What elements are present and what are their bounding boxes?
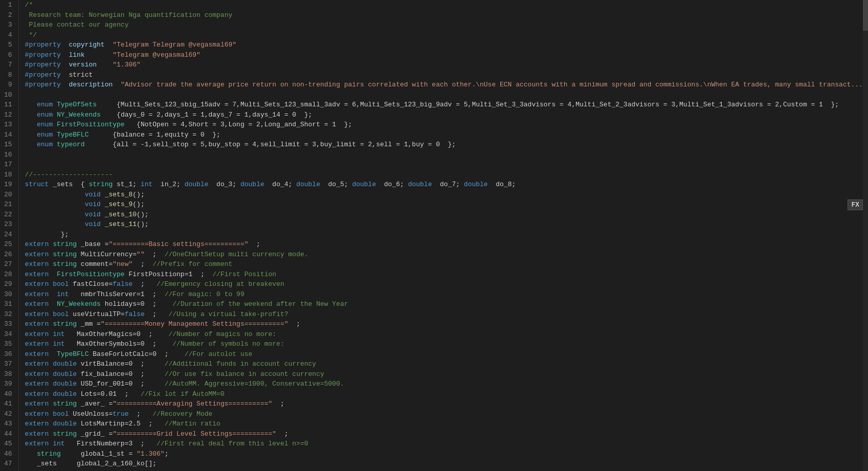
line-number: 14 xyxy=(4,130,12,140)
code-line: void _sets_11(); xyxy=(25,219,868,230)
code-line: string global_1_st = "1.306"; xyxy=(25,449,868,459)
line-number: 5 xyxy=(4,40,12,50)
line-number: 33 xyxy=(4,319,12,329)
code-line: extern string _aver_ ="==========Averagi… xyxy=(25,399,868,409)
scrollbar-thumb[interactable] xyxy=(863,0,868,31)
line-number: 10 xyxy=(4,90,12,100)
code-line: extern FirstPositiontype FirstPositionp=… xyxy=(25,270,868,280)
code-line: */ xyxy=(25,30,868,40)
code-line: extern NY_Weekends holidays=0 ; //Durati… xyxy=(25,299,868,309)
line-number: 46 xyxy=(4,449,12,459)
code-line: extern bool fastClose=false ; //Emergenc… xyxy=(25,279,868,289)
code-line: extern bool useVirtualTP=false ; //Using… xyxy=(25,309,868,320)
line-number: 36 xyxy=(4,349,12,360)
line-number: 12 xyxy=(4,110,12,120)
line-number: 25 xyxy=(4,239,12,250)
code-line: void _sets_9(); xyxy=(25,199,868,210)
line-number: 23 xyxy=(4,219,12,230)
line-number: 40 xyxy=(4,389,12,399)
line-number: 45 xyxy=(4,439,12,449)
line-number: 19 xyxy=(4,180,12,190)
code-line: Please contact our agency xyxy=(25,20,868,30)
line-number: 13 xyxy=(4,120,12,130)
line-number: 15 xyxy=(4,140,12,150)
code-line: extern TypeBFLC BaseForLotCalc=0 ; //For… xyxy=(25,349,868,360)
code-line: void _sets_8(); xyxy=(25,190,868,200)
line-number: 20 xyxy=(4,190,12,200)
code-line: extern double USD_for_001=0 ; //AutoMM. … xyxy=(25,379,868,389)
code-line: }; xyxy=(25,230,868,240)
line-number: 29 xyxy=(4,279,12,289)
line-number: 8 xyxy=(4,70,12,80)
code-editor: 1234567891011121314151617181920212223242… xyxy=(0,0,868,471)
code-line: //-------------------- xyxy=(25,170,868,180)
line-number: 2 xyxy=(4,10,12,20)
code-line xyxy=(25,160,868,170)
line-number: 7 xyxy=(4,60,12,70)
line-number: 48 xyxy=(4,469,12,472)
code-line: enum TypeOfSets {Multi_Sets_123_sbig_15a… xyxy=(25,100,868,110)
code-content[interactable]: /* Research team: Norwegian Nga quantifi… xyxy=(19,0,868,471)
code-line: enum TypeBFLC {balance = 1,equity = 0 }; xyxy=(25,130,868,140)
code-line: Research team: Norwegian Nga quantificat… xyxy=(25,10,868,20)
line-number: 47 xyxy=(4,459,12,469)
code-line: #property strict xyxy=(25,70,868,80)
line-number: 31 xyxy=(4,299,12,309)
line-number: 44 xyxy=(4,429,12,439)
line-number: 28 xyxy=(4,270,12,280)
line-number: 30 xyxy=(4,289,12,300)
code-line: extern int MaxOtherMagics=0 ; //Number o… xyxy=(25,329,868,340)
line-number: 35 xyxy=(4,339,12,349)
line-number: 11 xyxy=(4,100,12,110)
line-number: 3 xyxy=(4,20,12,30)
scrollbar-vertical[interactable] xyxy=(863,0,868,471)
code-line: extern string _grid_ ="==========Grid Le… xyxy=(25,429,868,439)
code-line: #property link "Telegram @vegasmal69" xyxy=(25,50,868,60)
code-line: extern double virtBalance=0 ; //Addition… xyxy=(25,359,868,369)
line-number: 18 xyxy=(4,170,12,180)
line-number: 4 xyxy=(4,30,12,40)
line-number: 16 xyxy=(4,150,12,160)
line-number: 34 xyxy=(4,329,12,340)
code-line xyxy=(25,150,868,160)
line-number: 27 xyxy=(4,259,12,270)
line-number: 43 xyxy=(4,419,12,429)
code-line: struct _sets { string st_1; int in_2; do… xyxy=(25,180,868,190)
code-line: extern bool UseUnloss=true ; //Recovery … xyxy=(25,409,868,419)
code-line: extern double fix_balance=0 ; //Or use f… xyxy=(25,369,868,379)
line-number: 1 xyxy=(4,0,12,10)
code-line: #property copyright "Telegram Telegram @… xyxy=(25,40,868,50)
code-line: extern double LotsMartinp=2.5 ; //Martin… xyxy=(25,419,868,429)
code-line: enum NY_Weekends {days_0 = 2,days_1 = 1,… xyxy=(25,110,868,120)
code-line: _sets global_2_a_160_ko[]; xyxy=(25,459,868,469)
line-number: 41 xyxy=(4,399,12,409)
code-line: extern string _base ="=========Basic set… xyxy=(25,239,868,250)
line-number: 9 xyxy=(4,80,12,90)
code-line: void _sets_10(); xyxy=(25,210,868,220)
line-numbers: 1234567891011121314151617181920212223242… xyxy=(0,0,19,471)
code-line: extern int nmbrThisServer=1 ; //For magi… xyxy=(25,289,868,300)
line-number: 38 xyxy=(4,369,12,379)
line-number: 6 xyxy=(4,50,12,60)
code-line: enum typeord {all = -1,sell_stop = 5,buy… xyxy=(25,140,868,150)
line-number: 39 xyxy=(4,379,12,389)
code-line: extern string _mm ="==========Money Mana… xyxy=(25,319,868,329)
fx-badge[interactable]: FX xyxy=(848,199,863,210)
code-line: extern string comment="new" ; //Prefix f… xyxy=(25,259,868,270)
code-line xyxy=(25,90,868,100)
code-line: extern double Lots=0.01 ; //Fix lot if A… xyxy=(25,389,868,399)
line-number: 22 xyxy=(4,210,12,220)
code-line: extern int FirstNumberp=3 ; //First real… xyxy=(25,439,868,449)
code-line: extern string MultiCurrency="" ; //OneCh… xyxy=(25,250,868,260)
code-line: int global_3_in = 7; xyxy=(25,469,868,472)
line-number: 32 xyxy=(4,309,12,320)
line-number: 24 xyxy=(4,230,12,240)
line-number: 17 xyxy=(4,160,12,170)
line-number: 42 xyxy=(4,409,12,419)
line-number: 26 xyxy=(4,250,12,260)
code-line: #property description "Advisor trade the… xyxy=(25,80,868,90)
code-line: /* xyxy=(25,0,868,10)
code-line: enum FirstPositiontype {NotOpen = 4,Shor… xyxy=(25,120,868,130)
code-line: extern int MaxOtherSymbols=0 ; //Number … xyxy=(25,339,868,349)
code-line: #property version "1.306" xyxy=(25,60,868,70)
